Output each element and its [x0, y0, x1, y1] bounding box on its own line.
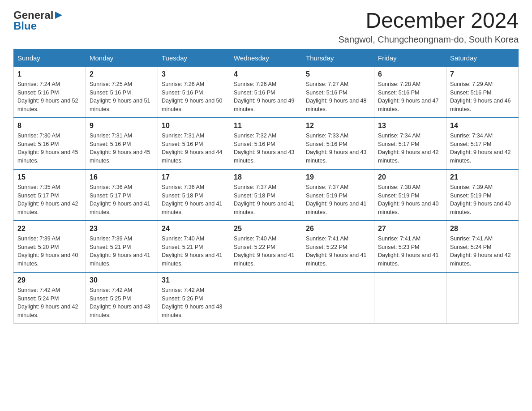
title-area: December 2024 Sangwol, Chungcheongnam-do…: [339, 9, 519, 45]
calendar-cell: 15Sunrise: 7:35 AMSunset: 5:17 PMDayligh…: [14, 169, 86, 221]
calendar-cell: 26Sunrise: 7:41 AMSunset: 5:22 PMDayligh…: [302, 221, 374, 272]
calendar-cell: 17Sunrise: 7:36 AMSunset: 5:18 PMDayligh…: [158, 169, 230, 221]
day-info: Sunrise: 7:35 AMSunset: 5:17 PMDaylight:…: [17, 183, 82, 217]
calendar-cell: 25Sunrise: 7:40 AMSunset: 5:22 PMDayligh…: [230, 221, 302, 272]
day-info: Sunrise: 7:27 AMSunset: 5:16 PMDaylight:…: [306, 80, 370, 114]
day-info: Sunrise: 7:24 AMSunset: 5:16 PMDaylight:…: [17, 80, 82, 114]
day-info: Sunrise: 7:39 AMSunset: 5:21 PMDaylight:…: [90, 235, 154, 268]
day-info: Sunrise: 7:38 AMSunset: 5:19 PMDaylight:…: [378, 183, 442, 217]
day-of-week-tuesday: Tuesday: [158, 49, 230, 66]
day-info: Sunrise: 7:37 AMSunset: 5:18 PMDaylight:…: [234, 183, 298, 217]
calendar-week-row: 22Sunrise: 7:39 AMSunset: 5:20 PMDayligh…: [14, 221, 519, 272]
day-info: Sunrise: 7:37 AMSunset: 5:19 PMDaylight:…: [306, 183, 370, 217]
day-of-week-thursday: Thursday: [302, 49, 374, 66]
calendar-header-row: SundayMondayTuesdayWednesdayThursdayFrid…: [14, 49, 519, 66]
day-info: Sunrise: 7:42 AMSunset: 5:24 PMDaylight:…: [17, 286, 82, 320]
calendar-cell: 31Sunrise: 7:42 AMSunset: 5:26 PMDayligh…: [158, 272, 230, 324]
day-number: 27: [378, 225, 442, 233]
calendar-cell: 6Sunrise: 7:28 AMSunset: 5:16 PMDaylight…: [374, 66, 446, 118]
calendar-cell: 11Sunrise: 7:32 AMSunset: 5:16 PMDayligh…: [230, 118, 302, 169]
calendar-cell: 14Sunrise: 7:34 AMSunset: 5:17 PMDayligh…: [446, 118, 519, 169]
calendar-cell: 18Sunrise: 7:37 AMSunset: 5:18 PMDayligh…: [230, 169, 302, 221]
day-info: Sunrise: 7:34 AMSunset: 5:17 PMDaylight:…: [378, 132, 442, 165]
day-number: 23: [90, 225, 154, 233]
day-info: Sunrise: 7:34 AMSunset: 5:17 PMDaylight:…: [450, 132, 515, 165]
day-number: 9: [90, 122, 154, 130]
page-title: December 2024: [339, 9, 519, 33]
day-info: Sunrise: 7:28 AMSunset: 5:16 PMDaylight:…: [378, 80, 442, 114]
day-info: Sunrise: 7:36 AMSunset: 5:18 PMDaylight:…: [162, 183, 226, 217]
day-info: Sunrise: 7:25 AMSunset: 5:16 PMDaylight:…: [90, 80, 154, 114]
day-info: Sunrise: 7:31 AMSunset: 5:16 PMDaylight:…: [90, 132, 154, 165]
day-info: Sunrise: 7:26 AMSunset: 5:16 PMDaylight:…: [162, 80, 226, 114]
day-number: 1: [17, 70, 82, 78]
day-number: 28: [450, 225, 515, 233]
calendar-cell: 22Sunrise: 7:39 AMSunset: 5:20 PMDayligh…: [14, 221, 86, 272]
calendar-cell: 29Sunrise: 7:42 AMSunset: 5:24 PMDayligh…: [14, 272, 86, 324]
calendar-cell: 4Sunrise: 7:26 AMSunset: 5:16 PMDaylight…: [230, 66, 302, 118]
day-of-week-friday: Friday: [374, 49, 446, 66]
day-number: 22: [17, 225, 82, 233]
day-info: Sunrise: 7:31 AMSunset: 5:16 PMDaylight:…: [162, 132, 226, 165]
day-number: 18: [234, 173, 298, 181]
calendar-cell: [446, 272, 519, 324]
calendar-cell: 16Sunrise: 7:36 AMSunset: 5:17 PMDayligh…: [86, 169, 158, 221]
logo-blue: Blue: [13, 20, 37, 32]
day-number: 15: [17, 173, 82, 181]
day-info: Sunrise: 7:29 AMSunset: 5:16 PMDaylight:…: [450, 80, 515, 114]
day-number: 17: [162, 173, 226, 181]
calendar-cell: 20Sunrise: 7:38 AMSunset: 5:19 PMDayligh…: [374, 169, 446, 221]
calendar-cell: 28Sunrise: 7:41 AMSunset: 5:24 PMDayligh…: [446, 221, 519, 272]
day-number: 8: [17, 122, 82, 130]
calendar-cell: 8Sunrise: 7:30 AMSunset: 5:16 PMDaylight…: [14, 118, 86, 169]
calendar-cell: 3Sunrise: 7:26 AMSunset: 5:16 PMDaylight…: [158, 66, 230, 118]
calendar-cell: 27Sunrise: 7:41 AMSunset: 5:23 PMDayligh…: [374, 221, 446, 272]
day-info: Sunrise: 7:39 AMSunset: 5:19 PMDaylight:…: [450, 183, 515, 217]
day-number: 25: [234, 225, 298, 233]
day-info: Sunrise: 7:41 AMSunset: 5:24 PMDaylight:…: [450, 235, 515, 268]
calendar-cell: 1Sunrise: 7:24 AMSunset: 5:16 PMDaylight…: [14, 66, 86, 118]
day-number: 6: [378, 70, 442, 78]
calendar-week-row: 8Sunrise: 7:30 AMSunset: 5:16 PMDaylight…: [14, 118, 519, 169]
day-info: Sunrise: 7:36 AMSunset: 5:17 PMDaylight:…: [90, 183, 154, 217]
calendar-cell: [302, 272, 374, 324]
day-number: 13: [378, 122, 442, 130]
calendar-cell: 2Sunrise: 7:25 AMSunset: 5:16 PMDaylight…: [86, 66, 158, 118]
page-header: General Blue December 2024 Sangwol, Chun…: [13, 9, 519, 45]
calendar-cell: 10Sunrise: 7:31 AMSunset: 5:16 PMDayligh…: [158, 118, 230, 169]
day-info: Sunrise: 7:41 AMSunset: 5:23 PMDaylight:…: [378, 235, 442, 268]
calendar-cell: 24Sunrise: 7:40 AMSunset: 5:21 PMDayligh…: [158, 221, 230, 272]
calendar-cell: [230, 272, 302, 324]
day-info: Sunrise: 7:26 AMSunset: 5:16 PMDaylight:…: [234, 80, 298, 114]
calendar-cell: 7Sunrise: 7:29 AMSunset: 5:16 PMDaylight…: [446, 66, 519, 118]
calendar-week-row: 1Sunrise: 7:24 AMSunset: 5:16 PMDaylight…: [14, 66, 519, 118]
calendar-table: SundayMondayTuesdayWednesdayThursdayFrid…: [13, 49, 519, 324]
day-of-week-sunday: Sunday: [14, 49, 86, 66]
calendar-week-row: 29Sunrise: 7:42 AMSunset: 5:24 PMDayligh…: [14, 272, 519, 324]
day-of-week-wednesday: Wednesday: [230, 49, 302, 66]
day-number: 2: [90, 70, 154, 78]
day-number: 10: [162, 122, 226, 130]
day-number: 7: [450, 70, 515, 78]
calendar-cell: 5Sunrise: 7:27 AMSunset: 5:16 PMDaylight…: [302, 66, 374, 118]
day-number: 5: [306, 70, 370, 78]
day-number: 30: [90, 276, 154, 284]
calendar-cell: 13Sunrise: 7:34 AMSunset: 5:17 PMDayligh…: [374, 118, 446, 169]
day-number: 26: [306, 225, 370, 233]
calendar-cell: 21Sunrise: 7:39 AMSunset: 5:19 PMDayligh…: [446, 169, 519, 221]
logo: General Blue: [13, 9, 63, 32]
day-info: Sunrise: 7:42 AMSunset: 5:25 PMDaylight:…: [90, 286, 154, 320]
svg-marker-0: [55, 12, 62, 19]
day-of-week-monday: Monday: [86, 49, 158, 66]
day-info: Sunrise: 7:40 AMSunset: 5:22 PMDaylight:…: [234, 235, 298, 268]
day-number: 11: [234, 122, 298, 130]
page-subtitle: Sangwol, Chungcheongnam-do, South Korea: [339, 34, 519, 45]
calendar-cell: 30Sunrise: 7:42 AMSunset: 5:25 PMDayligh…: [86, 272, 158, 324]
day-number: 14: [450, 122, 515, 130]
calendar-cell: [374, 272, 446, 324]
day-number: 21: [450, 173, 515, 181]
day-info: Sunrise: 7:39 AMSunset: 5:20 PMDaylight:…: [17, 235, 82, 268]
day-info: Sunrise: 7:41 AMSunset: 5:22 PMDaylight:…: [306, 235, 370, 268]
day-number: 16: [90, 173, 154, 181]
calendar-week-row: 15Sunrise: 7:35 AMSunset: 5:17 PMDayligh…: [14, 169, 519, 221]
